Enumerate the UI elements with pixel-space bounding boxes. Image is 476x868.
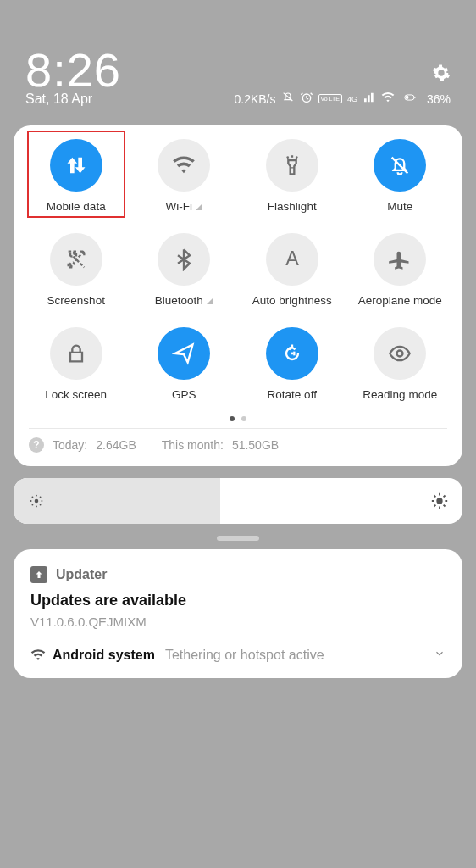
tile-label: Wi-Fi [166, 200, 202, 213]
brightness-low-icon [27, 492, 46, 510]
tile-label: Flashlight [268, 200, 317, 213]
tile-auto-bright[interactable]: Auto brightness [238, 233, 346, 307]
tile-mobile-data[interactable]: Mobile data [22, 139, 130, 213]
volte-badge: Vo LTE [318, 94, 342, 103]
date-label: Sat, 18 Apr [25, 92, 92, 107]
tile-mute[interactable]: Mute [346, 139, 455, 213]
notification-card[interactable]: Updater Updates are available V11.0.6.0.… [14, 549, 462, 678]
screenshot-icon [50, 233, 102, 286]
tile-label: Mute [387, 200, 412, 213]
tile-label: Aeroplane mode [358, 294, 442, 307]
signal-triangle-icon [196, 203, 202, 210]
network-gen: 4G [347, 95, 357, 103]
tile-label: Lock screen [45, 388, 107, 401]
tile-screenshot[interactable]: Screenshot [22, 233, 130, 307]
tile-flashlight[interactable]: Flashlight [238, 139, 346, 213]
chevron-down-icon [434, 648, 446, 663]
page-indicator [22, 416, 454, 421]
gps-icon [158, 327, 210, 380]
drag-handle[interactable] [217, 536, 259, 541]
tile-label: GPS [172, 388, 196, 401]
divider [29, 428, 447, 429]
android-system-row[interactable]: Android system Tethering or hotspot acti… [30, 648, 446, 663]
brightness-high-icon [430, 492, 449, 510]
tile-label: Bluetooth [155, 294, 213, 307]
tile-reading[interactable]: Reading mode [346, 327, 455, 401]
rotate-icon [266, 327, 318, 380]
bluetooth-icon [158, 233, 210, 286]
help-icon: ? [29, 437, 44, 453]
reading-icon [374, 327, 426, 380]
updater-app-name: Updater [56, 567, 107, 582]
usage-today-label: Today: [53, 438, 87, 452]
quick-settings-panel: Mobile dataWi-FiFlashlightMuteScreenshot… [14, 125, 462, 466]
android-system-text: Tethering or hotspot active [165, 648, 324, 663]
page-dot-2 [241, 416, 246, 421]
tile-gps[interactable]: GPS [130, 327, 239, 401]
battery-percent: 36% [427, 92, 451, 106]
usage-today-value: 2.64GB [96, 438, 136, 452]
alarm-icon [300, 91, 313, 107]
mute-icon [281, 91, 295, 107]
lock-icon [50, 327, 102, 380]
updater-title: Updates are available [30, 592, 446, 609]
tile-label: Screenshot [47, 294, 105, 307]
tile-lock[interactable]: Lock screen [22, 327, 130, 401]
signal-triangle-icon [207, 298, 213, 304]
status-icons: 0.2KB/s Vo LTE 4G 36% [234, 91, 451, 107]
hotspot-icon [30, 648, 46, 663]
network-speed: 0.2KB/s [234, 92, 275, 106]
highlight-box [27, 131, 125, 218]
usage-month-label: This month: [162, 438, 224, 452]
auto-bright-icon [266, 233, 318, 286]
data-usage-row[interactable]: ? Today: 2.64GB This month: 51.50GB [22, 437, 454, 456]
flashlight-icon [266, 139, 318, 192]
tile-aeroplane[interactable]: Aeroplane mode [346, 233, 455, 307]
tile-label: Auto brightness [252, 294, 332, 307]
page-dot-1 [230, 416, 235, 421]
mute-icon [374, 139, 426, 192]
aeroplane-icon [374, 233, 426, 286]
settings-gear-icon[interactable] [432, 64, 451, 82]
android-system-label: Android system [53, 648, 155, 663]
tile-label: Reading mode [363, 388, 437, 401]
wifi-icon [158, 139, 210, 192]
updater-version: V11.0.6.0.QEJMIXM [30, 615, 446, 629]
status-bar: 8:26 Sat, 18 Apr 0.2KB/s Vo LTE 4G 36% [0, 0, 476, 115]
tile-bluetooth[interactable]: Bluetooth [130, 233, 239, 307]
tile-label: Rotate off [268, 388, 317, 401]
brightness-slider[interactable] [14, 478, 462, 524]
tile-rotate[interactable]: Rotate off [238, 327, 346, 401]
signal-icon [363, 91, 376, 107]
wifi-status-icon [381, 91, 395, 107]
updater-app-icon [30, 566, 47, 583]
tile-wifi[interactable]: Wi-Fi [130, 139, 239, 213]
battery-icon [400, 91, 420, 107]
usage-month-value: 51.50GB [232, 438, 279, 452]
